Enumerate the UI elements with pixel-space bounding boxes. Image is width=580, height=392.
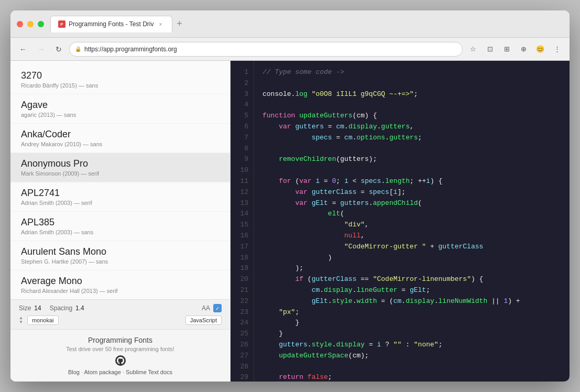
tab-bar: P Programming Fonts - Test Driv × + [50,16,563,32]
font-meta: Adrian Smith (2003) — sans [21,229,220,235]
ext2-button[interactable]: ⊞ [499,42,514,57]
footer-title: Programming Fonts [17,336,224,344]
browser-window: P Programming Fonts - Test Driv × + ← → … [10,10,570,382]
font-name: Average Mono [21,276,220,287]
maximize-window-button[interactable] [38,21,44,27]
line-numbers: 12345 678910 1112131415 1617181920 21222… [231,61,254,382]
font-name: APL2741 [21,188,220,199]
ext1-button[interactable]: ⊡ [483,42,497,57]
code-content[interactable]: // Type some code -> console.log "o0O8 i… [254,61,570,382]
size-label: Size [19,304,31,312]
controls-row1: Size 14 Spacing 1.4 AA ✓ [19,304,222,312]
aa-control: AA ✓ [202,304,222,312]
reload-button[interactable]: ↻ [51,42,66,57]
font-item-anonymous-pro[interactable]: Anonymous Pro Mark Simonson (2009) — ser… [10,153,230,182]
tab-label: Programming Fonts - Test Driv [69,20,154,28]
spacing-control: Spacing 1.4 [50,304,84,312]
theme-selector[interactable]: monokai [27,315,59,325]
font-meta: Richard Alexander Hall (2013) — serif [21,288,220,294]
font-name: Aurulent Sans Mono [21,246,220,257]
close-window-button[interactable] [17,21,23,27]
nav-bar: ← → ↻ 🔒 https://app.programmingfonts.org… [10,38,570,61]
tab-close-button[interactable]: × [157,20,165,28]
font-item-aurulent[interactable]: Aurulent Sans Mono Stephen G. Hartke (20… [10,241,230,270]
menu-button[interactable]: ⋮ [550,42,564,57]
font-item-agave[interactable]: Agave agaric (2013) — sans [10,94,230,124]
font-meta: Andrey Makarov (2010) — sans [21,141,220,147]
font-item-apl385[interactable]: APL385 Adrian Smith (2003) — sans [10,212,230,241]
font-list: 3270 Ricardo Bánffy (2015) — sans Agave … [10,61,230,299]
tab-favicon: P [58,20,65,28]
font-meta: Stephen G. Hartke (2007) — sans [21,258,220,265]
title-bar: P Programming Fonts - Test Driv × + [10,10,570,38]
new-tab-button[interactable]: + [172,17,187,31]
font-item-anka-coder[interactable]: Anka/Coder Andrey Makarov (2010) — sans [10,124,230,153]
back-button[interactable]: ← [16,42,30,57]
bookmark-button[interactable]: ☆ [466,42,480,57]
font-meta: Ricardo Bánffy (2015) — sans [21,82,220,89]
sidebar: 3270 Ricardo Bánffy (2015) — sans Agave … [10,61,231,382]
size-control: Size 14 [19,304,41,312]
ext3-button[interactable]: ⊕ [516,42,531,57]
font-name: APL385 [21,217,220,228]
font-name: Anka/Coder [21,129,220,140]
font-name: Agave [21,100,220,111]
aa-checkbox[interactable]: ✓ [213,304,222,312]
font-name: 3270 [21,70,220,81]
aa-label: AA [202,304,210,312]
blog-link[interactable]: Blog [68,369,80,375]
spacing-value: 1.4 [75,304,84,312]
font-name: Anonymous Pro [21,158,220,169]
address-bar[interactable]: 🔒 https://app.programmingfonts.org [69,42,463,57]
url-text: https://app.programmingfonts.org [84,46,177,53]
footer-subtitle: Test drive over 50 free programming font… [17,346,224,352]
active-tab[interactable]: P Programming Fonts - Test Driv × [50,16,172,32]
font-meta: Adrian Smith (2003) — serif [21,200,220,206]
atom-link[interactable]: Atom package [84,369,121,375]
font-meta: Mark Simonson (2009) — serif [21,170,220,177]
nav-actions: ☆ ⊡ ⊞ ⊕ 😊 ⋮ [466,42,564,57]
font-item-3270[interactable]: 3270 Ricardo Bánffy (2015) — sans [10,65,230,94]
footer-links: Blog · Atom package · Sublime Text docs [17,369,224,375]
font-meta: agaric (2013) — sans [21,112,220,118]
traffic-lights [17,21,44,27]
sidebar-footer: Programming Fonts Test drive over 50 fre… [10,329,230,382]
language-selector[interactable]: JavaScript [185,315,222,325]
sublime-link[interactable]: Sublime Text docs [126,369,172,375]
controls-row2: ▲▼ monokai JavaScript [19,315,222,325]
font-item-average[interactable]: Average Mono Richard Alexander Hall (201… [10,270,230,299]
spacing-label: Spacing [50,304,72,312]
sort-arrows[interactable]: ▲▼ [19,316,23,324]
controls-bar: Size 14 Spacing 1.4 AA ✓ ▲▼ monokai J [10,299,230,329]
forward-button[interactable]: → [34,42,48,57]
code-editor: 12345 678910 1112131415 1617181920 21222… [231,61,570,382]
font-item-apl2741[interactable]: APL2741 Adrian Smith (2003) — serif [10,182,230,212]
size-value: 14 [34,304,41,312]
lock-icon: 🔒 [75,46,81,52]
avatar-button[interactable]: 😊 [533,42,548,57]
github-icon[interactable] [115,355,126,366]
minimize-window-button[interactable] [27,21,34,27]
main-content: 3270 Ricardo Bánffy (2015) — sans Agave … [10,61,570,382]
